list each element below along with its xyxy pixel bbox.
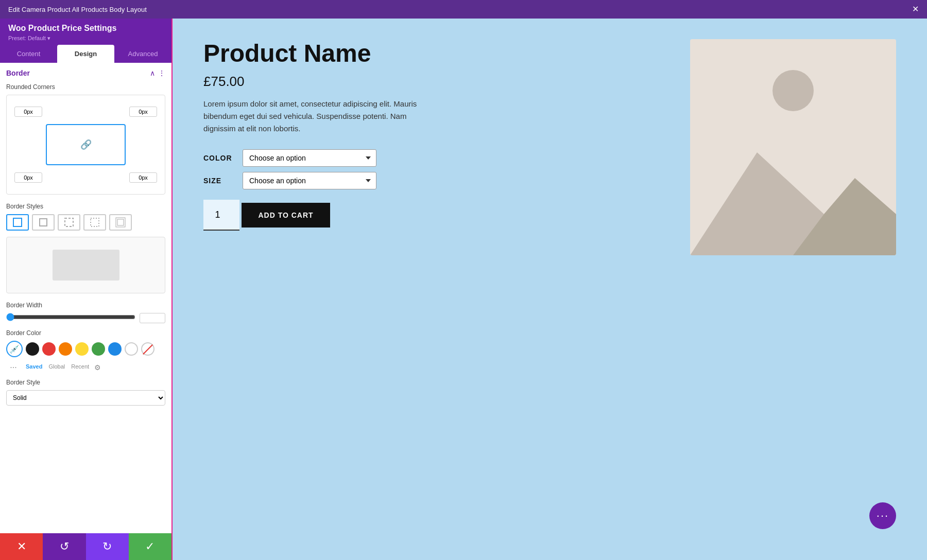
corner-top-right[interactable] xyxy=(129,107,157,117)
size-option-label: SIZE xyxy=(203,177,234,185)
size-select[interactable]: Choose an option xyxy=(243,172,376,189)
color-swatch-none[interactable] xyxy=(141,342,154,356)
border-section-title: Border xyxy=(6,69,30,77)
cancel-button[interactable]: ✕ xyxy=(0,533,43,560)
svg-rect-5 xyxy=(117,219,124,225)
border-style-outside[interactable] xyxy=(32,214,55,231)
panel-title: Woo Product Price Settings xyxy=(8,24,163,33)
product-info: Product Name £75.00 Lorem ipsum dolor si… xyxy=(203,39,670,241)
color-swatch-orange[interactable] xyxy=(59,342,72,356)
border-styles-row xyxy=(6,214,165,231)
color-option-row: COLOR Choose an option xyxy=(203,149,670,167)
corners-grid: 🔗 xyxy=(13,101,159,188)
panel-preset[interactable]: Preset: Default xyxy=(8,35,163,42)
corner-center: 🔗 xyxy=(46,124,126,165)
rounded-corners-label: Rounded Corners xyxy=(6,83,165,91)
solid-border-icon xyxy=(12,217,23,227)
border-width-value[interactable]: 0px xyxy=(140,313,165,323)
preview-area: Product Name £75.00 Lorem ipsum dolor si… xyxy=(173,19,927,560)
left-panel: Woo Product Price Settings Preset: Defau… xyxy=(0,19,173,560)
corner-bottom-left[interactable] xyxy=(14,172,42,183)
corner-bottom-right[interactable] xyxy=(129,172,157,183)
color-tabs: Saved Global Recent xyxy=(26,363,89,370)
product-image xyxy=(690,39,896,255)
section-controls: ∧ ⋮ xyxy=(150,69,165,77)
color-select[interactable]: Choose an option xyxy=(243,149,376,167)
border-color-label: Border Color xyxy=(6,329,165,337)
link-icon: 🔗 xyxy=(80,139,92,150)
fab-button[interactable]: ··· xyxy=(869,502,896,529)
border-width-slider[interactable] xyxy=(6,313,135,321)
gear-icon[interactable]: ⚙ xyxy=(94,363,101,372)
product-price: £75.00 xyxy=(203,74,670,90)
svg-rect-1 xyxy=(40,219,47,226)
product-options: COLOR Choose an option SIZE Choose an op… xyxy=(203,149,670,189)
image-placeholder-mountain xyxy=(690,121,896,255)
size-option-row: SIZE Choose an option xyxy=(203,172,670,189)
border-style-double[interactable] xyxy=(109,214,132,231)
close-button[interactable]: ✕ xyxy=(912,5,919,13)
border-style-dotted[interactable] xyxy=(83,214,106,231)
color-more-button[interactable]: ··· xyxy=(6,360,21,375)
border-width-label: Border Width xyxy=(6,302,165,309)
svg-rect-2 xyxy=(65,218,73,226)
outside-border-icon xyxy=(38,217,48,227)
product-name: Product Name xyxy=(203,39,670,67)
tab-content[interactable]: Content xyxy=(0,45,57,63)
corners-container: 🔗 xyxy=(6,95,165,195)
corner-top-left[interactable] xyxy=(14,107,42,117)
color-tab-saved[interactable]: Saved xyxy=(26,363,42,370)
double-border-icon xyxy=(115,217,126,227)
color-swatch-blue[interactable] xyxy=(108,342,122,356)
tabs-container: Content Design Advanced xyxy=(0,45,171,63)
product-desc: Lorem ipsum dolor sit amet, consectetur … xyxy=(203,98,420,135)
main-layout: Woo Product Price Settings Preset: Defau… xyxy=(0,19,927,560)
border-style-select[interactable]: Solid Dashed Dotted Double xyxy=(6,390,165,406)
color-swatch-black[interactable] xyxy=(26,342,39,356)
product-layout: Product Name £75.00 Lorem ipsum dolor si… xyxy=(203,39,896,255)
dotted-border-icon xyxy=(90,217,100,227)
redo-button[interactable]: ↻ xyxy=(86,533,129,560)
border-preview-inner xyxy=(53,250,119,281)
color-swatches: 💉 xyxy=(6,341,165,357)
color-swatch-green[interactable] xyxy=(92,342,105,356)
dashed-border-icon xyxy=(64,217,74,227)
color-tab-global[interactable]: Global xyxy=(48,363,65,370)
slider-container xyxy=(6,313,135,323)
border-style-solid[interactable] xyxy=(6,214,29,231)
border-style-label: Border Style xyxy=(6,379,165,386)
undo-button[interactable]: ↺ xyxy=(43,533,85,560)
border-style-dashed[interactable] xyxy=(58,214,80,231)
more-button[interactable]: ⋮ xyxy=(158,69,165,77)
bottom-toolbar: ✕ ↺ ↻ ✓ xyxy=(0,533,171,560)
panel-content: Border ∧ ⋮ Rounded Corners 🔗 xyxy=(0,63,171,533)
tab-advanced[interactable]: Advanced xyxy=(114,45,171,63)
tab-design[interactable]: Design xyxy=(57,45,114,63)
color-swatch-red[interactable] xyxy=(42,342,56,356)
border-section-header: Border ∧ ⋮ xyxy=(6,69,165,77)
quantity-input[interactable] xyxy=(203,200,239,231)
eyedropper-button[interactable]: 💉 xyxy=(6,341,23,357)
title-bar-text: Edit Camera Product All Products Body La… xyxy=(8,6,147,13)
color-swatch-white[interactable] xyxy=(125,342,138,356)
image-placeholder-circle xyxy=(772,70,814,111)
collapse-button[interactable]: ∧ xyxy=(150,69,155,77)
border-width-row: 0px xyxy=(6,313,165,323)
add-to-cart-button[interactable]: ADD TO CART xyxy=(242,203,330,227)
color-tab-recent[interactable]: Recent xyxy=(71,363,89,370)
save-button[interactable]: ✓ xyxy=(129,533,171,560)
svg-rect-3 xyxy=(91,218,99,226)
title-bar: Edit Camera Product All Products Body La… xyxy=(0,0,927,19)
border-preview-area xyxy=(6,237,165,293)
border-styles-label: Border Styles xyxy=(6,203,165,210)
panel-header: Woo Product Price Settings Preset: Defau… xyxy=(0,19,171,45)
color-option-label: COLOR xyxy=(203,154,234,162)
color-swatch-yellow[interactable] xyxy=(75,342,89,356)
svg-rect-0 xyxy=(13,218,22,226)
